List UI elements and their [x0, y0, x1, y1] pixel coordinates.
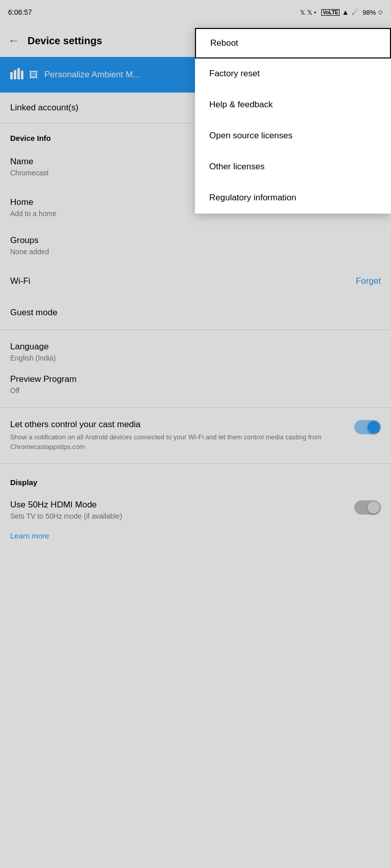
dropdown-menu: Reboot Factory reset Help & feedback Ope… [195, 28, 391, 214]
menu-item-open-source[interactable]: Open source licenses [195, 121, 391, 152]
menu-item-factory-reset[interactable]: Factory reset [195, 58, 391, 89]
menu-item-reboot[interactable]: Reboot [195, 28, 391, 58]
menu-item-other-licenses[interactable]: Other licenses [195, 152, 391, 183]
menu-item-help-feedback[interactable]: Help & feedback [195, 89, 391, 121]
menu-item-regulatory[interactable]: Regulatory information [195, 183, 391, 214]
